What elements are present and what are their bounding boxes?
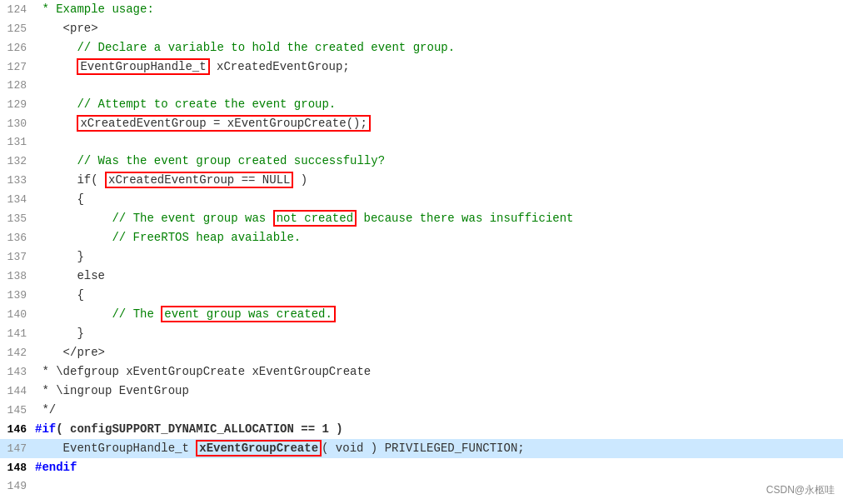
code-line: 130 xCreatedEventGroup = xEventGroupCrea…: [0, 114, 843, 133]
code-line: 131: [0, 133, 843, 152]
line-number: 141: [0, 325, 35, 343]
line-number: 127: [0, 58, 35, 77]
code-line: 129 // Attempt to create the event group…: [0, 95, 843, 114]
line-number: 149: [0, 477, 35, 496]
code-line: 124 * Example usage:: [0, 0, 843, 19]
code-line: 145 */: [0, 401, 843, 420]
line-number: 129: [0, 96, 35, 114]
line-number: 145: [0, 402, 35, 420]
line-number: 137: [0, 248, 35, 267]
line-number: 146: [0, 421, 35, 439]
line-number: 147: [0, 440, 35, 458]
line-number: 140: [0, 306, 35, 324]
code-line: 146#if( configSUPPORT_DYNAMIC_ALLOCATION…: [0, 420, 843, 439]
code-line: 127 EventGroupHandle_t xCreatedEventGrou…: [0, 57, 843, 77]
line-number: 148: [0, 459, 35, 477]
code-line: 137 }: [0, 247, 843, 267]
line-number: 130: [0, 115, 35, 133]
line-number: 136: [0, 229, 35, 247]
code-line: 134 {: [0, 190, 843, 209]
code-line: 147 EventGroupHandle_t xEventGroupCreate…: [0, 439, 843, 458]
code-line: 143 * \defgroup xEventGroupCreate xEvent…: [0, 362, 843, 382]
line-number: 134: [0, 191, 35, 209]
line-number: 133: [0, 172, 35, 190]
code-line: 125 <pre>: [0, 19, 843, 38]
line-number: 124: [0, 1, 35, 19]
code-line: 133 if( xCreatedEventGroup == NULL ): [0, 171, 843, 190]
line-number: 125: [0, 20, 35, 38]
line-number: 131: [0, 133, 35, 152]
code-line: 149: [0, 477, 843, 496]
code-line: 132 // Was the event group created succe…: [0, 152, 843, 171]
code-line: 139 {: [0, 286, 843, 305]
code-line: 144 * \ingroup EventGroup: [0, 382, 843, 401]
line-number: 132: [0, 152, 35, 171]
code-line: 135 // The event group was not created b…: [0, 209, 843, 228]
line-number: 135: [0, 210, 35, 228]
code-line: 138 else: [0, 267, 843, 286]
code-line: 128: [0, 77, 843, 95]
code-line: 140 // The event group was created.: [0, 305, 843, 324]
code-line: 148#endif: [0, 458, 843, 477]
line-number: 144: [0, 382, 35, 401]
code-line: 142 </pre>: [0, 343, 843, 362]
code-container: 124 * Example usage:125 <pre>126 // Decl…: [0, 0, 843, 504]
line-number: 128: [0, 77, 35, 95]
line-number: 139: [0, 287, 35, 305]
code-line: 136 // FreeRTOS heap available.: [0, 228, 843, 247]
line-number: 138: [0, 267, 35, 286]
line-number: 142: [0, 344, 35, 362]
line-number: 126: [0, 39, 35, 57]
code-line: 126 // Declare a variable to hold the cr…: [0, 38, 843, 57]
line-number: 143: [0, 363, 35, 382]
code-line: 141 }: [0, 324, 843, 343]
watermark: CSDN@永柩哇: [766, 483, 835, 497]
